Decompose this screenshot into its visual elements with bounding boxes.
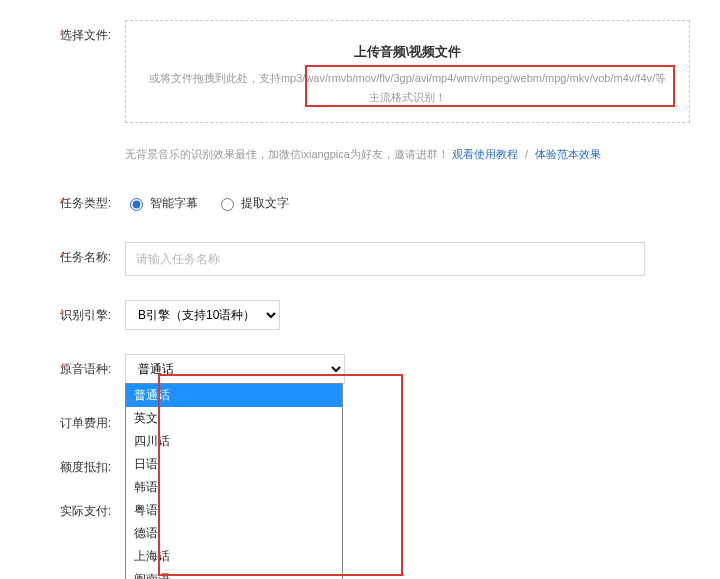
- engine-select[interactable]: B引擎（支持10语种）: [125, 300, 280, 330]
- language-option[interactable]: 韩语: [126, 476, 342, 499]
- label-task-type: 任务类型:: [30, 188, 125, 218]
- link-tutorial[interactable]: 观看使用教程: [452, 148, 518, 160]
- language-option[interactable]: 粤语: [126, 499, 342, 522]
- link-sample[interactable]: 体验范本效果: [535, 148, 601, 160]
- label-task-name: 任务名称:: [30, 242, 125, 272]
- language-option[interactable]: 四川话: [126, 430, 342, 453]
- radio-extract-text-input[interactable]: [221, 198, 234, 211]
- language-option[interactable]: 普通话: [126, 384, 342, 407]
- label-select-file: 选择文件:: [30, 20, 125, 50]
- tip-text: 无背景音乐的识别效果最佳，加微信ixiangpica为好友，邀请进群！: [125, 148, 449, 160]
- language-option[interactable]: 日语: [126, 453, 342, 476]
- label-engine: 识别引擎:: [30, 300, 125, 330]
- radio-extract-text[interactable]: 提取文字: [216, 188, 289, 218]
- radio-extract-text-label: 提取文字: [241, 188, 289, 218]
- label-order-cost: 订单费用:: [30, 408, 125, 438]
- language-select[interactable]: 普通话: [125, 354, 345, 384]
- radio-smart-subtitle[interactable]: 智能字幕: [125, 188, 198, 218]
- radio-smart-subtitle-label: 智能字幕: [150, 188, 198, 218]
- label-actual-pay: 实际支付:: [30, 496, 125, 526]
- tip-row: 无背景音乐的识别效果最佳，加微信ixiangpica为好友，邀请进群！ 观看使用…: [125, 147, 690, 162]
- language-option[interactable]: 德语: [126, 522, 342, 545]
- upload-subtitle: 或将文件拖拽到此处，支持mp3/wav/rmvb/mov/flv/3gp/avi…: [144, 69, 671, 106]
- upload-title: 上传音频\视频文件: [144, 43, 671, 61]
- radio-smart-subtitle-input[interactable]: [130, 198, 143, 211]
- language-option[interactable]: 上海话: [126, 545, 342, 568]
- label-source-lang: 原音语种:: [30, 354, 125, 384]
- task-name-input[interactable]: [125, 242, 645, 276]
- language-listbox[interactable]: 普通话英文四川话日语韩语粤语德语上海话闽南语东北话: [125, 383, 343, 579]
- label-quota-deduct: 额度抵扣:: [30, 452, 125, 482]
- tip-separator: /: [525, 148, 528, 160]
- language-option[interactable]: 闽南语: [126, 568, 342, 579]
- upload-dropzone[interactable]: 上传音频\视频文件 或将文件拖拽到此处，支持mp3/wav/rmvb/mov/f…: [125, 20, 690, 123]
- language-option[interactable]: 英文: [126, 407, 342, 430]
